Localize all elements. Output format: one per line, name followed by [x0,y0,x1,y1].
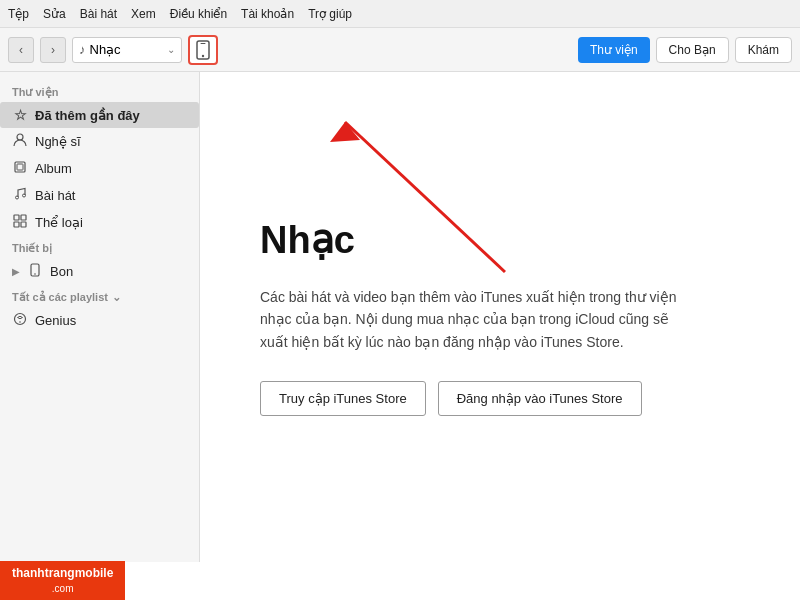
device-section-title: Thiết bị [0,236,199,258]
svg-rect-8 [14,215,19,220]
login-itunes-store-button[interactable]: Đăng nhập vào iTunes Store [438,381,642,416]
device-arrow-icon: ▶ [12,266,20,277]
svg-rect-10 [14,222,19,227]
svg-point-13 [34,273,36,275]
content-buttons: Truy cập iTunes Store Đăng nhập vào iTun… [260,381,642,416]
svg-point-7 [23,194,26,197]
chevron-down-icon: ⌄ [167,44,175,55]
genres-icon [12,214,28,231]
for-you-button[interactable]: Cho Bạn [656,37,729,63]
main-layout: Thư viện ☆ Đã thêm gần đây Nghệ sĩ Album [0,72,800,562]
menu-edit[interactable]: Sửa [43,7,66,21]
svg-point-1 [202,54,204,56]
explore-button[interactable]: Khám [735,37,792,63]
genius-icon [12,312,28,329]
sidebar-item-recently-added-label: Đã thêm gần đây [35,108,140,123]
back-button[interactable]: ‹ [8,37,34,63]
music-icon: ♪ [79,42,86,57]
svg-point-6 [16,196,19,199]
menu-help[interactable]: Trợ giúp [308,7,352,21]
menu-bar: Tệp Sửa Bài hát Xem Điều khiển Tài khoản… [0,0,800,28]
svg-line-16 [345,122,505,272]
device-icon [27,263,43,280]
library-selector-label: Nhạc [90,42,164,57]
content-area: Nhạc Các bài hát và video bạn thêm vào i… [200,72,800,562]
access-itunes-store-button[interactable]: Truy cập iTunes Store [260,381,426,416]
sidebar-item-artists[interactable]: Nghệ sĩ [0,128,199,155]
playlist-chevron-icon: ⌄ [112,291,121,304]
svg-rect-9 [21,215,26,220]
playlist-section-label: Tất cả các playlist [12,291,108,304]
sidebar-item-artists-label: Nghệ sĩ [35,134,81,149]
sidebar-item-songs-label: Bài hát [35,188,75,203]
sidebar: Thư viện ☆ Đã thêm gần đây Nghệ sĩ Album [0,72,200,562]
sidebar-item-recently-added[interactable]: ☆ Đã thêm gần đây [0,102,199,128]
content-description: Các bài hát và video bạn thêm vào iTunes… [260,286,680,353]
sidebar-item-albums-label: Album [35,161,72,176]
recently-added-icon: ☆ [12,107,28,123]
sidebar-item-songs[interactable]: Bài hát [0,182,199,209]
songs-icon [12,187,28,204]
albums-icon [12,160,28,177]
svg-point-3 [17,134,23,140]
svg-rect-5 [17,164,23,170]
library-section-title: Thư viện [0,80,199,102]
library-selector[interactable]: ♪ Nhạc ⌄ [72,37,182,63]
device-name-label: Bon [50,264,73,279]
playlist-section-title[interactable]: Tất cả các playlist ⌄ [0,285,199,307]
content-title: Nhạc [260,218,355,262]
sidebar-item-albums[interactable]: Album [0,155,199,182]
watermark-name: thanhtrangmobile [12,566,113,582]
menu-file[interactable]: Tệp [8,7,29,21]
sidebar-item-genres-label: Thể loại [35,215,83,230]
toolbar: ‹ › ♪ Nhạc ⌄ Thư viện Cho Bạn Khám [0,28,800,72]
sidebar-item-device[interactable]: ▶ Bon [0,258,199,285]
artists-icon [12,133,28,150]
watermark-com: .com [52,582,74,595]
sidebar-item-genres[interactable]: Thể loại [0,209,199,236]
menu-account[interactable]: Tài khoản [241,7,294,21]
menu-view[interactable]: Xem [131,7,156,21]
svg-rect-2 [201,43,206,44]
menu-controls[interactable]: Điều khiển [170,7,227,21]
library-button[interactable]: Thư viện [578,37,650,63]
forward-button[interactable]: › [40,37,66,63]
menu-song[interactable]: Bài hát [80,7,117,21]
sidebar-item-genius[interactable]: Genius [0,307,199,334]
svg-rect-11 [21,222,26,227]
svg-marker-17 [330,122,360,142]
device-button[interactable] [188,35,218,65]
svg-point-15 [19,321,21,323]
watermark: thanhtrangmobile .com [0,561,125,600]
genius-label: Genius [35,313,76,328]
top-nav-right: Thư viện Cho Bạn Khám [578,37,792,63]
